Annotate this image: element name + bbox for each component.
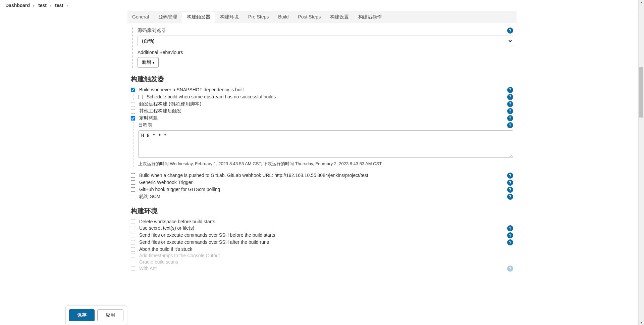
help-icon[interactable]: ? bbox=[507, 225, 513, 231]
ssh-after-checkbox[interactable] bbox=[131, 240, 136, 244]
secret-checkbox[interactable] bbox=[131, 226, 136, 230]
help-icon[interactable]: ? bbox=[507, 194, 513, 200]
poll-scm-label: 轮询 SCM bbox=[139, 194, 160, 200]
ssh-after-label: Send files or execute commands over SSH … bbox=[139, 239, 269, 245]
with-ant-checkbox[interactable] bbox=[131, 266, 136, 271]
schedule-upstream-label: Schedule build when some upstream has no… bbox=[147, 94, 276, 99]
chevron-right-icon: ▸ bbox=[67, 4, 68, 7]
remote-trigger-label: 触发远程构建 (例如,使用脚本) bbox=[139, 101, 201, 107]
help-icon[interactable]: ? bbox=[507, 28, 513, 34]
delete-ws-label: Delete workspace before build starts bbox=[139, 219, 215, 224]
tab-triggers[interactable]: 构建触发器 bbox=[182, 11, 215, 23]
with-ant-label: With Ant bbox=[139, 266, 157, 271]
tab-settings[interactable]: 构建设置 bbox=[325, 11, 354, 23]
breadcrumb: Dashboard ▸ test ▸ test ▸ bbox=[0, 0, 644, 11]
after-other-label: 其他工程构建后触发 bbox=[139, 108, 181, 114]
help-icon[interactable]: ? bbox=[507, 180, 513, 186]
scrollbar-thumb[interactable] bbox=[639, 67, 643, 118]
after-other-checkbox[interactable] bbox=[131, 109, 136, 113]
repo-browser-label: 源码库浏览器 bbox=[138, 28, 166, 34]
schedule-label: 日程表 bbox=[138, 122, 152, 128]
help-icon[interactable]: ? bbox=[507, 266, 513, 272]
github-hook-label: GitHub hook trigger for GITScm polling bbox=[139, 187, 220, 192]
schedule-upstream-checkbox[interactable] bbox=[138, 94, 143, 99]
help-icon[interactable]: ? bbox=[507, 173, 513, 179]
chevron-right-icon: ▸ bbox=[50, 4, 52, 7]
save-button[interactable]: 保存 bbox=[69, 309, 95, 313]
additional-behaviours-label: Additional Behaviours bbox=[138, 50, 183, 55]
scrollbar[interactable]: ▲ ▼ bbox=[638, 0, 644, 313]
tab-env[interactable]: 构建环境 bbox=[215, 11, 244, 23]
help-icon[interactable]: ? bbox=[507, 94, 513, 100]
tab-scm[interactable]: 源码管理 bbox=[154, 11, 182, 23]
help-icon[interactable]: ? bbox=[507, 187, 513, 193]
tab-poststeps[interactable]: Post Steps bbox=[293, 11, 325, 23]
schedule-textarea[interactable] bbox=[138, 130, 513, 158]
delete-ws-checkbox[interactable] bbox=[131, 219, 136, 224]
abort-stuck-checkbox[interactable] bbox=[131, 247, 136, 251]
snapshot-label: Build whenever a SNAPSHOT dependency is … bbox=[139, 87, 244, 92]
help-icon[interactable]: ? bbox=[507, 101, 513, 107]
help-icon[interactable]: ? bbox=[507, 122, 513, 128]
ssh-before-label: Send files or execute commands over SSH … bbox=[139, 232, 275, 238]
ssh-before-checkbox[interactable] bbox=[131, 233, 136, 237]
tab-general[interactable]: General bbox=[127, 11, 154, 23]
help-icon[interactable]: ? bbox=[507, 239, 513, 245]
help-icon[interactable]: ? bbox=[507, 115, 513, 121]
add-behaviour-button[interactable]: 新增 bbox=[138, 57, 159, 68]
tab-build[interactable]: Build bbox=[273, 11, 293, 23]
snapshot-checkbox[interactable] bbox=[131, 87, 136, 92]
breadcrumb-item-2[interactable]: test bbox=[55, 3, 63, 8]
timestamps-label: Add timestamps to the Console Output bbox=[139, 253, 220, 258]
timed-build-label: 定时构建 bbox=[139, 115, 158, 121]
repo-browser-select[interactable]: (自动) bbox=[138, 36, 513, 46]
breadcrumb-item-1[interactable]: test bbox=[38, 3, 47, 8]
github-hook-checkbox[interactable] bbox=[131, 187, 136, 192]
scroll-up-icon[interactable]: ▲ bbox=[640, 0, 643, 5]
apply-button[interactable]: 应用 bbox=[97, 309, 123, 313]
schedule-hint: 上次运行的时间 Wednesday, February 1, 2023 8:43… bbox=[138, 161, 513, 167]
chevron-right-icon: ▸ bbox=[33, 4, 35, 7]
generic-webhook-checkbox[interactable] bbox=[131, 180, 136, 185]
gradle-scans-label: Gradle build scans bbox=[139, 259, 178, 265]
breadcrumb-dashboard[interactable]: Dashboard bbox=[5, 3, 30, 8]
gitlab-push-label: Build when a change is pushed to GitLab.… bbox=[139, 173, 368, 178]
timed-build-checkbox[interactable] bbox=[131, 116, 136, 121]
poll-scm-checkbox[interactable] bbox=[131, 194, 136, 199]
tab-postbuild[interactable]: 构建后操作 bbox=[354, 11, 386, 23]
timestamps-checkbox[interactable] bbox=[131, 253, 136, 258]
gitlab-push-checkbox[interactable] bbox=[131, 173, 136, 178]
abort-stuck-label: Abort the build if it's stuck bbox=[139, 246, 192, 252]
secret-label: Use secret text(s) or file(s) bbox=[139, 225, 194, 231]
save-bar: 保存 应用 bbox=[65, 306, 127, 313]
triggers-section-title: 构建触发器 bbox=[131, 75, 513, 84]
remote-trigger-checkbox[interactable] bbox=[131, 102, 136, 106]
help-icon[interactable]: ? bbox=[507, 232, 513, 238]
gradle-scans-checkbox[interactable] bbox=[131, 260, 136, 264]
config-tabs: General 源码管理 构建触发器 构建环境 Pre Steps Build … bbox=[127, 11, 517, 23]
help-icon[interactable]: ? bbox=[507, 87, 513, 93]
generic-webhook-label: Generic Webhook Trigger bbox=[139, 180, 193, 185]
tab-presteps[interactable]: Pre Steps bbox=[244, 11, 273, 23]
env-section-title: 构建环境 bbox=[131, 206, 513, 216]
help-icon[interactable]: ? bbox=[507, 108, 513, 114]
